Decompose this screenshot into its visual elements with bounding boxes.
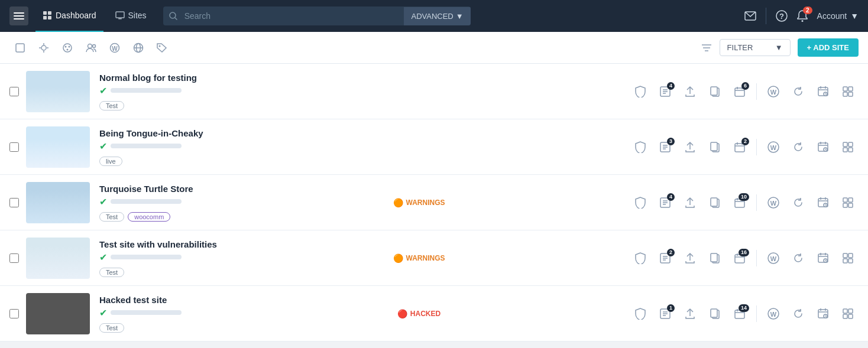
svg-point-20 (69, 45, 70, 47)
svg-line-7 (175, 18, 177, 19)
site-name: Being Tongue-in-Cheaky (99, 128, 218, 138)
calendar-icon[interactable]: 6 (729, 81, 750, 102)
users-filter-button[interactable] (80, 37, 102, 58)
mail-button[interactable] (744, 11, 756, 21)
site-row: Test site with vulnerabilities ✔ Test 🟠 … (0, 230, 868, 286)
schedule-icon[interactable] (812, 248, 834, 269)
svg-rect-12 (16, 44, 24, 52)
site-checkbox[interactable] (9, 87, 19, 96)
site-checkbox[interactable] (9, 198, 19, 207)
site-checkbox[interactable] (9, 309, 19, 318)
upload-icon[interactable] (679, 248, 701, 269)
schedule-icon[interactable] (812, 81, 834, 102)
updates-icon[interactable]: 1 (655, 303, 676, 324)
account-button[interactable]: Account ▼ (817, 11, 859, 21)
filter-dropdown[interactable]: FILTER ▼ (720, 39, 791, 56)
site-tag: Test (99, 101, 124, 110)
svg-rect-101 (848, 203, 853, 207)
grid-icon[interactable] (837, 303, 859, 324)
status-check-icon: ✔ (99, 196, 107, 207)
refresh-icon[interactable] (788, 192, 809, 213)
updates-icon[interactable]: 4 (655, 81, 676, 102)
copy-icon[interactable] (704, 248, 726, 269)
site-info: Being Tongue-in-Cheaky ✔ live (99, 128, 218, 166)
updates-icon[interactable]: 3 (655, 136, 676, 158)
copy-icon[interactable] (704, 192, 726, 213)
svg-rect-145 (848, 309, 853, 313)
site-name: Normal blog for testing (99, 73, 218, 83)
refresh-icon[interactable] (788, 248, 809, 269)
svg-rect-38 (711, 87, 717, 95)
globe-filter-button[interactable] (128, 37, 149, 58)
nav-tab-sites[interactable]: Sites (108, 0, 154, 32)
select-all-checkbox[interactable] (9, 37, 31, 58)
svg-rect-130 (711, 309, 717, 317)
updates-badge: 3 (667, 138, 675, 146)
palette-filter-button[interactable] (57, 37, 78, 58)
copy-icon[interactable] (704, 136, 726, 158)
copy-icon[interactable] (704, 303, 726, 324)
site-tag: Test (99, 323, 124, 333)
wp-admin-icon[interactable]: W (763, 248, 784, 269)
calendar-icon[interactable]: 10 (729, 192, 750, 213)
updates-icon[interactable]: 2 (655, 248, 676, 269)
site-row: Turquoise Turtle Store ✔ Test woocomm 🟠 … (0, 175, 868, 230)
updates-icon[interactable]: 4 (655, 192, 676, 213)
status-bar (111, 255, 182, 259)
advanced-button[interactable]: ADVANCED ▼ (404, 7, 470, 25)
site-thumbnail (26, 293, 90, 334)
svg-point-22 (88, 44, 92, 48)
schedule-icon[interactable] (812, 192, 834, 213)
schedule-icon[interactable] (812, 303, 834, 324)
help-button[interactable]: ? (776, 10, 788, 22)
copy-icon[interactable] (704, 81, 726, 102)
wordpress-filter-button[interactable]: W (104, 37, 125, 58)
shield-icon[interactable] (630, 248, 651, 269)
plugin-filter-button[interactable] (33, 37, 54, 58)
site-row: Normal blog for testing ✔ Test 4 (0, 64, 868, 119)
notifications-button[interactable]: 2 (797, 10, 808, 22)
logo[interactable] (9, 6, 28, 25)
upload-icon[interactable] (679, 192, 701, 213)
nav-tab-dashboard[interactable]: Dashboard (35, 0, 103, 32)
grid-icon[interactable] (837, 136, 859, 158)
shield-icon[interactable] (630, 192, 651, 213)
search-input[interactable] (177, 6, 404, 25)
refresh-icon[interactable] (788, 303, 809, 324)
svg-rect-146 (843, 314, 847, 318)
svg-rect-122 (848, 253, 853, 258)
shield-icon[interactable] (630, 303, 651, 324)
wp-admin-icon[interactable]: W (763, 303, 784, 324)
calendar-icon[interactable]: 16 (729, 248, 750, 269)
schedule-icon[interactable] (812, 136, 834, 158)
site-tags: Test (99, 323, 218, 333)
site-tags: Test (99, 268, 218, 277)
search-bar: ADVANCED ▼ (163, 6, 471, 25)
svg-point-11 (801, 20, 803, 22)
sort-filter-icon[interactable] (696, 37, 717, 58)
wp-admin-icon[interactable]: W (763, 136, 784, 158)
wp-admin-icon[interactable]: W (763, 81, 784, 102)
refresh-icon[interactable] (788, 136, 809, 158)
site-name: Turquoise Turtle Store (99, 184, 218, 194)
site-actions: 4 6 W (630, 81, 859, 102)
svg-text:W: W (770, 144, 777, 151)
grid-icon[interactable] (837, 192, 859, 213)
shield-icon[interactable] (630, 81, 651, 102)
calendar-icon[interactable]: 14 (729, 303, 750, 324)
upload-icon[interactable] (679, 136, 701, 158)
grid-icon[interactable] (837, 81, 859, 102)
site-checkbox[interactable] (9, 253, 19, 263)
site-checkbox[interactable] (9, 142, 19, 152)
top-nav: Dashboard Sites ADVANCED ▼ ? (0, 0, 868, 32)
wp-admin-icon[interactable]: W (763, 192, 784, 213)
calendar-icon[interactable]: 2 (729, 136, 750, 158)
add-site-button[interactable]: + ADD SITE (798, 38, 859, 57)
grid-icon[interactable] (837, 248, 859, 269)
upload-icon[interactable] (679, 303, 701, 324)
upload-icon[interactable] (679, 81, 701, 102)
refresh-icon[interactable] (788, 81, 809, 102)
tag-filter-button[interactable] (151, 37, 173, 58)
shield-icon[interactable] (630, 136, 651, 158)
warning-icon: 🟠 (393, 198, 403, 207)
